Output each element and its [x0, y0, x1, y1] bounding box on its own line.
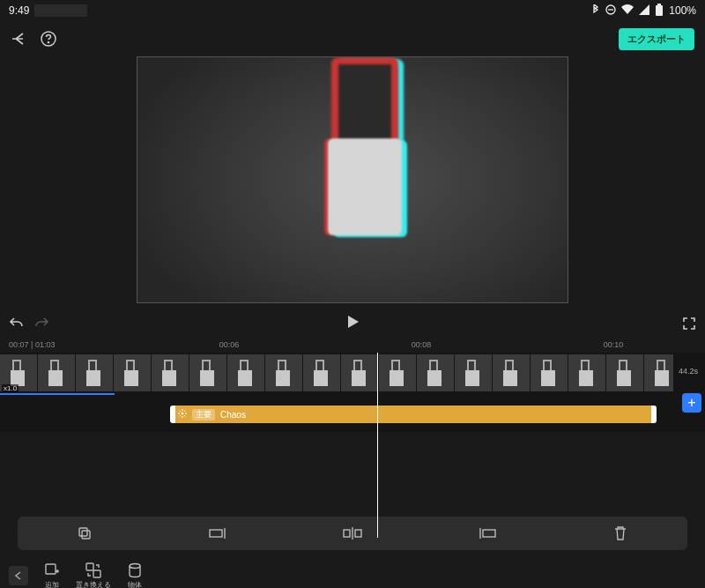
signal-icon — [639, 4, 649, 18]
progress-indicator — [0, 393, 115, 395]
svg-rect-9 — [344, 530, 350, 537]
top-bar: エクスポート — [0, 21, 705, 56]
split-button[interactable] — [286, 517, 419, 550]
timeline[interactable]: x1.0 44.2s + 主要 Chaos — [0, 353, 705, 432]
speed-badge: x1.0 — [2, 384, 19, 392]
add-tool[interactable]: 追加 — [44, 562, 60, 589]
bottom-toolbar: 追加 置き換える 物体 — [0, 555, 705, 588]
video-preview[interactable] — [137, 56, 568, 303]
preview-area — [0, 56, 705, 310]
export-button[interactable]: エクスポート — [619, 28, 694, 50]
time-current: 00:07 | 01:03 — [9, 340, 55, 349]
add-clip-button[interactable]: + — [682, 393, 701, 413]
svg-rect-12 — [46, 564, 56, 574]
effect-handle-right[interactable] — [651, 406, 657, 423]
status-bar: 9:49 100% — [0, 0, 705, 21]
duration-badge: 44.2s — [675, 353, 701, 390]
transport-bar — [0, 310, 705, 337]
svg-rect-11 — [483, 530, 495, 537]
ruler-mark: 00:08 — [412, 340, 432, 349]
ruler-mark: 00:10 — [604, 340, 624, 349]
ruler-mark: 00:06 — [219, 340, 240, 349]
dnd-icon — [605, 4, 616, 18]
add-tool-label: 追加 — [45, 580, 59, 589]
time-ruler[interactable]: 00:07 | 01:03 00:06 00:08 00:10 — [0, 337, 705, 353]
battery-icon — [655, 4, 664, 19]
status-time: 9:49 — [9, 4, 29, 17]
back-icon[interactable] — [11, 30, 28, 48]
bluetooth-icon — [591, 4, 600, 18]
clip-thumbnails[interactable] — [0, 354, 673, 391]
svg-rect-14 — [93, 570, 100, 577]
play-button[interactable] — [345, 315, 360, 332]
undo-icon[interactable] — [9, 316, 25, 331]
replace-tool-label: 置き換える — [76, 580, 111, 589]
svg-rect-7 — [82, 531, 90, 539]
edit-toolbar — [18, 517, 687, 550]
object-tool-label: 物体 — [128, 580, 142, 589]
svg-rect-2 — [657, 4, 661, 5]
effect-settings-icon[interactable] — [178, 409, 187, 420]
trim-right-button[interactable] — [419, 517, 553, 550]
battery-text: 100% — [669, 4, 696, 17]
svg-rect-8 — [210, 530, 222, 537]
redo-icon[interactable] — [33, 316, 49, 331]
effect-handle-left[interactable] — [170, 406, 175, 423]
svg-point-5 — [182, 413, 184, 415]
object-tool[interactable]: 物体 — [127, 562, 143, 589]
svg-rect-6 — [79, 528, 87, 536]
copy-button[interactable] — [18, 517, 152, 550]
effect-badge: 主要 — [192, 409, 215, 421]
wifi-icon — [621, 4, 634, 18]
svg-point-4 — [48, 41, 48, 42]
delete-button[interactable] — [553, 517, 687, 550]
fullscreen-icon[interactable] — [682, 316, 696, 331]
effect-clip[interactable]: 主要 Chaos — [173, 406, 654, 423]
help-icon[interactable] — [41, 31, 56, 47]
effect-name: Chaos — [220, 410, 246, 420]
svg-rect-1 — [656, 5, 663, 16]
trim-left-button[interactable] — [152, 517, 286, 550]
svg-rect-13 — [86, 563, 93, 570]
obscured-area — [34, 4, 87, 17]
svg-rect-10 — [355, 530, 361, 537]
replace-tool[interactable]: 置き換える — [76, 562, 111, 589]
collapse-button[interactable] — [9, 566, 28, 585]
svg-point-15 — [130, 563, 140, 568]
